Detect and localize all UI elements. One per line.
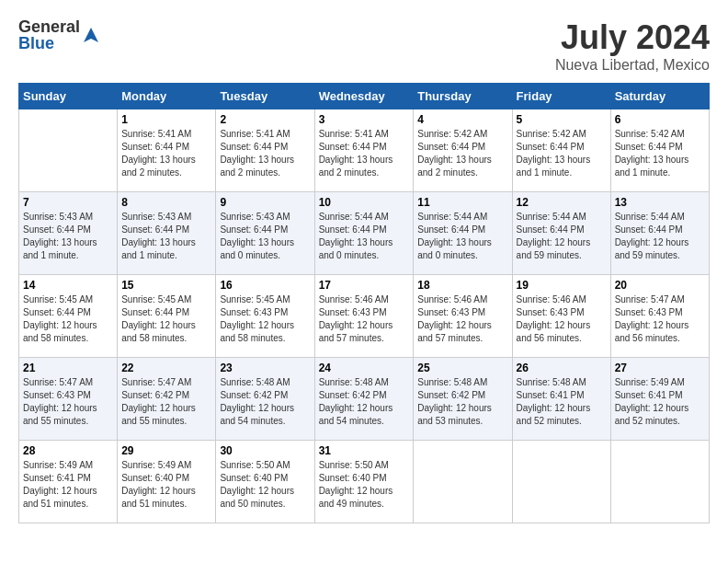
day-info: Sunrise: 5:46 AMSunset: 6:43 PMDaylight:… xyxy=(417,294,492,343)
calendar-cell: 19 Sunrise: 5:46 AMSunset: 6:43 PMDaylig… xyxy=(512,275,610,358)
day-number: 12 xyxy=(517,196,607,209)
day-info: Sunrise: 5:48 AMSunset: 6:42 PMDaylight:… xyxy=(220,377,294,426)
day-number: 28 xyxy=(23,444,113,457)
day-info: Sunrise: 5:46 AMSunset: 6:43 PMDaylight:… xyxy=(319,294,393,343)
calendar-cell: 25 Sunrise: 5:48 AMSunset: 6:42 PMDaylig… xyxy=(414,358,512,441)
logo: General Blue xyxy=(18,18,100,52)
calendar-cell xyxy=(610,441,709,523)
col-wednesday: Wednesday xyxy=(314,84,414,109)
calendar-cell: 24 Sunrise: 5:48 AMSunset: 6:42 PMDaylig… xyxy=(314,358,414,441)
col-friday: Friday xyxy=(512,84,610,109)
calendar-cell: 30 Sunrise: 5:50 AMSunset: 6:40 PMDaylig… xyxy=(216,441,314,523)
day-info: Sunrise: 5:46 AMSunset: 6:43 PMDaylight:… xyxy=(517,294,591,343)
calendar-week-5: 28 Sunrise: 5:49 AMSunset: 6:41 PMDaylig… xyxy=(19,441,710,523)
calendar-cell: 10 Sunrise: 5:44 AMSunset: 6:44 PMDaylig… xyxy=(314,192,414,275)
calendar-cell xyxy=(19,109,118,192)
day-info: Sunrise: 5:44 AMSunset: 6:44 PMDaylight:… xyxy=(319,212,393,260)
day-info: Sunrise: 5:45 AMSunset: 6:44 PMDaylight:… xyxy=(23,294,97,343)
calendar-cell: 27 Sunrise: 5:49 AMSunset: 6:41 PMDaylig… xyxy=(610,358,709,441)
day-number: 19 xyxy=(517,279,607,292)
calendar-cell: 9 Sunrise: 5:43 AMSunset: 6:44 PMDayligh… xyxy=(216,192,314,275)
day-number: 7 xyxy=(23,196,113,209)
day-number: 18 xyxy=(417,279,507,292)
day-info: Sunrise: 5:42 AMSunset: 6:44 PMDaylight:… xyxy=(615,129,689,178)
calendar-cell: 3 Sunrise: 5:41 AMSunset: 6:44 PMDayligh… xyxy=(314,109,414,192)
day-info: Sunrise: 5:45 AMSunset: 6:44 PMDaylight:… xyxy=(121,294,196,343)
logo-blue: Blue xyxy=(18,35,80,52)
day-number: 6 xyxy=(615,113,705,126)
day-info: Sunrise: 5:50 AMSunset: 6:40 PMDaylight:… xyxy=(220,460,294,509)
calendar-week-2: 7 Sunrise: 5:43 AMSunset: 6:44 PMDayligh… xyxy=(19,192,710,275)
calendar-cell: 12 Sunrise: 5:44 AMSunset: 6:44 PMDaylig… xyxy=(512,192,610,275)
calendar-cell: 22 Sunrise: 5:47 AMSunset: 6:42 PMDaylig… xyxy=(118,358,216,441)
logo-general: General xyxy=(18,18,80,35)
day-number: 21 xyxy=(23,362,113,374)
calendar-cell xyxy=(512,441,610,523)
day-info: Sunrise: 5:41 AMSunset: 6:44 PMDaylight:… xyxy=(319,129,393,178)
day-number: 4 xyxy=(417,113,507,126)
calendar-week-1: 1 Sunrise: 5:41 AMSunset: 6:44 PMDayligh… xyxy=(19,109,710,192)
day-number: 16 xyxy=(220,279,310,292)
day-number: 23 xyxy=(220,362,310,374)
day-number: 3 xyxy=(319,113,410,126)
calendar-cell: 15 Sunrise: 5:45 AMSunset: 6:44 PMDaylig… xyxy=(118,275,216,358)
page-header: General Blue July 2024 Nueva Libertad, M… xyxy=(18,18,710,74)
day-info: Sunrise: 5:43 AMSunset: 6:44 PMDaylight:… xyxy=(220,212,294,260)
day-info: Sunrise: 5:42 AMSunset: 6:44 PMDaylight:… xyxy=(517,129,591,178)
day-info: Sunrise: 5:43 AMSunset: 6:44 PMDaylight:… xyxy=(121,212,196,260)
day-number: 8 xyxy=(121,196,211,209)
calendar-cell: 14 Sunrise: 5:45 AMSunset: 6:44 PMDaylig… xyxy=(19,275,118,358)
day-number: 15 xyxy=(121,279,211,292)
day-number: 14 xyxy=(23,279,113,292)
subtitle: Nueva Libertad, Mexico xyxy=(555,57,710,74)
calendar-cell: 5 Sunrise: 5:42 AMSunset: 6:44 PMDayligh… xyxy=(512,109,610,192)
day-info: Sunrise: 5:47 AMSunset: 6:42 PMDaylight:… xyxy=(121,377,196,426)
day-info: Sunrise: 5:47 AMSunset: 6:43 PMDaylight:… xyxy=(23,377,97,426)
calendar-cell: 18 Sunrise: 5:46 AMSunset: 6:43 PMDaylig… xyxy=(414,275,512,358)
calendar-cell: 21 Sunrise: 5:47 AMSunset: 6:43 PMDaylig… xyxy=(19,358,118,441)
calendar-cell: 17 Sunrise: 5:46 AMSunset: 6:43 PMDaylig… xyxy=(314,275,414,358)
calendar-cell: 7 Sunrise: 5:43 AMSunset: 6:44 PMDayligh… xyxy=(19,192,118,275)
svg-marker-0 xyxy=(84,28,98,42)
calendar-cell: 6 Sunrise: 5:42 AMSunset: 6:44 PMDayligh… xyxy=(610,109,709,192)
col-sunday: Sunday xyxy=(19,84,118,109)
col-monday: Monday xyxy=(118,84,216,109)
day-info: Sunrise: 5:44 AMSunset: 6:44 PMDaylight:… xyxy=(615,212,689,260)
day-number: 24 xyxy=(319,362,410,374)
calendar-cell: 23 Sunrise: 5:48 AMSunset: 6:42 PMDaylig… xyxy=(216,358,314,441)
day-info: Sunrise: 5:43 AMSunset: 6:44 PMDaylight:… xyxy=(23,212,97,260)
calendar-cell: 26 Sunrise: 5:48 AMSunset: 6:41 PMDaylig… xyxy=(512,358,610,441)
day-info: Sunrise: 5:48 AMSunset: 6:41 PMDaylight:… xyxy=(517,377,591,426)
calendar-cell: 29 Sunrise: 5:49 AMSunset: 6:40 PMDaylig… xyxy=(118,441,216,523)
day-info: Sunrise: 5:41 AMSunset: 6:44 PMDaylight:… xyxy=(121,129,196,178)
day-number: 9 xyxy=(220,196,310,209)
day-info: Sunrise: 5:49 AMSunset: 6:40 PMDaylight:… xyxy=(121,460,196,509)
day-number: 30 xyxy=(220,444,310,457)
day-number: 1 xyxy=(121,113,211,126)
calendar-cell: 8 Sunrise: 5:43 AMSunset: 6:44 PMDayligh… xyxy=(118,192,216,275)
day-number: 31 xyxy=(319,444,410,457)
day-info: Sunrise: 5:44 AMSunset: 6:44 PMDaylight:… xyxy=(517,212,591,260)
calendar-cell: 1 Sunrise: 5:41 AMSunset: 6:44 PMDayligh… xyxy=(118,109,216,192)
col-tuesday: Tuesday xyxy=(216,84,314,109)
col-thursday: Thursday xyxy=(414,84,512,109)
header-row: Sunday Monday Tuesday Wednesday Thursday… xyxy=(19,84,710,109)
day-number: 26 xyxy=(517,362,607,374)
title-section: July 2024 Nueva Libertad, Mexico xyxy=(555,18,710,74)
day-info: Sunrise: 5:44 AMSunset: 6:44 PMDaylight:… xyxy=(417,212,492,260)
day-number: 13 xyxy=(615,196,705,209)
day-info: Sunrise: 5:49 AMSunset: 6:41 PMDaylight:… xyxy=(615,377,689,426)
day-number: 25 xyxy=(417,362,507,374)
calendar-cell xyxy=(414,441,512,523)
day-info: Sunrise: 5:45 AMSunset: 6:43 PMDaylight:… xyxy=(220,294,294,343)
calendar-cell: 11 Sunrise: 5:44 AMSunset: 6:44 PMDaylig… xyxy=(414,192,512,275)
main-title: July 2024 xyxy=(555,18,710,57)
col-saturday: Saturday xyxy=(610,84,709,109)
calendar-cell: 13 Sunrise: 5:44 AMSunset: 6:44 PMDaylig… xyxy=(610,192,709,275)
logo-icon xyxy=(82,26,100,44)
day-number: 27 xyxy=(615,362,705,374)
calendar-week-3: 14 Sunrise: 5:45 AMSunset: 6:44 PMDaylig… xyxy=(19,275,710,358)
day-number: 22 xyxy=(121,362,211,374)
day-number: 20 xyxy=(615,279,705,292)
calendar-cell: 28 Sunrise: 5:49 AMSunset: 6:41 PMDaylig… xyxy=(19,441,118,523)
